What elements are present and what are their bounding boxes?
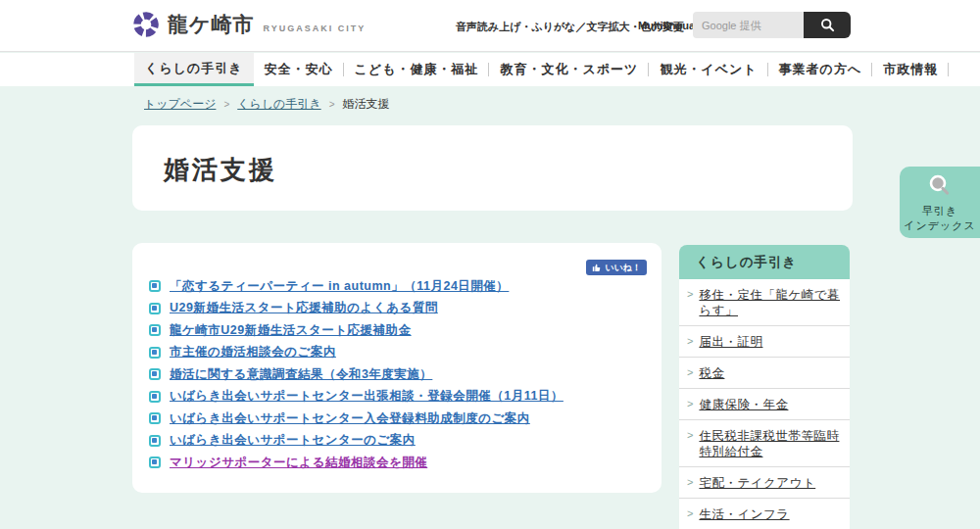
article-link[interactable]: 市主催の婚活相談会のご案内 <box>170 344 336 361</box>
article-link[interactable]: マリッジサポーターによる結婚相談会を開催 <box>170 455 427 471</box>
nav-item[interactable]: こども・健康・福祉 <box>344 53 490 86</box>
article-list-item: 「恋するティーパーティー in autumn」（11月24日開催） <box>149 275 564 298</box>
nav-item[interactable]: 安全・安心 <box>254 53 344 86</box>
sidebar-item[interactable]: >生活・インフラ <box>679 499 850 529</box>
nav-item[interactable]: 観光・イベント <box>649 53 767 86</box>
article-list-item: いばらき出会いサポートセンター出張相談・登録会開催（1月11日） <box>149 386 564 409</box>
chevron-right-icon: > <box>687 506 693 521</box>
chevron-right-icon: > <box>687 428 693 443</box>
city-name: 龍ケ崎市 <box>168 11 255 38</box>
sidebar-link[interactable]: 届出・証明 <box>699 334 762 350</box>
sidebar-link[interactable]: 移住・定住「龍ケ崎で暮らす」 <box>699 287 842 318</box>
document-icon <box>149 303 161 314</box>
document-icon <box>149 368 161 380</box>
chevron-right-icon: > <box>687 475 693 490</box>
article-link[interactable]: 「恋するティーパーティー in autumn」（11月24日開催） <box>170 278 509 295</box>
city-name-en: RYUGASAKI CITY <box>264 24 367 33</box>
sidebar-item[interactable]: >税金 <box>679 358 850 389</box>
document-icon <box>149 347 161 359</box>
sidebar-link[interactable]: 宅配・テイクアウト <box>699 475 815 491</box>
sidebar-link[interactable]: 生活・インフラ <box>699 506 789 522</box>
article-list-item: 市主催の婚活相談会のご案内 <box>149 342 564 364</box>
search-input[interactable] <box>693 12 804 38</box>
nav-item[interactable]: くらしの手引き <box>134 53 254 86</box>
site-search <box>693 12 851 38</box>
thumbs-up-icon <box>592 263 601 272</box>
page-title-card: 婚活支援 <box>132 125 853 211</box>
breadcrumb-separator-icon: > <box>223 99 229 110</box>
article-list-item: 婚活に関する意識調査結果（令和3年度実施） <box>149 363 564 386</box>
sidebar-title: くらしの手引き <box>679 245 850 279</box>
breadcrumb-link[interactable]: くらしの手引き <box>237 96 320 113</box>
content-card: いいね！ 「恋するティーパーティー in autumn」（11月24日開催）U2… <box>132 243 662 493</box>
breadcrumb: トップページ>くらしの手引き>婚活支援 <box>144 96 390 113</box>
article-list-item: マリッジサポーターによる結婚相談会を開催 <box>149 452 564 474</box>
breadcrumb-current: 婚活支援 <box>343 96 390 113</box>
nav-item[interactable]: 教育・文化・スポーツ <box>489 53 649 86</box>
sidebar-item[interactable]: >住民税非課税世帯等臨時特別給付金 <box>679 420 850 467</box>
article-link[interactable]: 龍ケ崎市U29新婚生活スタート応援補助金 <box>170 322 412 339</box>
article-list-item: いばらき出会いサポートセンター入会登録料助成制度のご案内 <box>149 408 564 430</box>
article-list-item: U29新婚生活スタート応援補助のよくある質問 <box>149 298 564 320</box>
nav-item[interactable]: 市政情報 <box>872 53 949 86</box>
article-list-item: 龍ケ崎市U29新婚生活スタート応援補助金 <box>149 319 564 342</box>
article-link[interactable]: 婚活に関する意識調査結果（令和3年度実施） <box>170 366 432 383</box>
breadcrumb-separator-icon: > <box>329 99 335 110</box>
sidebar-link[interactable]: 税金 <box>699 365 724 381</box>
like-label: いいね！ <box>605 262 641 274</box>
main-nav: くらしの手引き安全・安心こども・健康・福祉教育・文化・スポーツ観光・イベント事業… <box>0 53 980 86</box>
chevron-right-icon: > <box>687 334 693 349</box>
page-title: 婚活支援 <box>132 125 853 187</box>
site-header: 龍ケ崎市 RYUGASAKI CITY 音声読み上げ・ふりがな／文字拡大・色の変… <box>0 0 980 52</box>
category-sidebar: くらしの手引き >移住・定住「龍ケ崎で暮らす」>届出・証明>税金>健康保険・年金… <box>679 245 850 529</box>
article-link[interactable]: U29新婚生活スタート応援補助のよくある質問 <box>170 300 438 316</box>
document-icon <box>149 391 161 403</box>
sidebar-list: >移住・定住「龍ケ崎で暮らす」>届出・証明>税金>健康保険・年金>住民税非課税世… <box>679 279 850 529</box>
article-link[interactable]: いばらき出会いサポートセンター出張相談・登録会開催（1月11日） <box>170 388 564 405</box>
city-logo[interactable]: 龍ケ崎市 RYUGASAKI CITY <box>132 11 366 38</box>
search-button[interactable] <box>804 12 851 38</box>
document-icon <box>149 324 161 336</box>
document-icon <box>149 457 161 468</box>
article-link-list: 「恋するティーパーティー in autumn」（11月24日開催）U29新婚生活… <box>149 275 564 474</box>
article-link[interactable]: いばらき出会いサポートセンター入会登録料助成制度のご案内 <box>170 410 530 427</box>
sidebar-link[interactable]: 健康保険・年金 <box>699 397 788 412</box>
quick-index-tab[interactable]: 早引き インデックス <box>900 167 980 238</box>
sidebar-item[interactable]: >届出・証明 <box>679 326 850 358</box>
sidebar-item[interactable]: >移住・定住「龍ケ崎で暮らす」 <box>679 279 850 326</box>
sidebar-item[interactable]: >宅配・テイクアウト <box>679 467 850 499</box>
document-icon <box>149 435 161 447</box>
chevron-right-icon: > <box>687 365 693 380</box>
article-link[interactable]: いばらき出会いサポートセンターのご案内 <box>170 432 416 449</box>
sidebar-link[interactable]: 住民税非課税世帯等臨時特別給付金 <box>699 428 842 459</box>
search-icon <box>819 17 836 33</box>
city-emblem-icon <box>132 11 160 38</box>
chevron-right-icon: > <box>687 287 693 302</box>
facebook-like-button[interactable]: いいね！ <box>586 260 647 275</box>
document-icon <box>149 412 161 424</box>
article-list-item: いばらき出会いサポートセンターのご案内 <box>149 430 564 453</box>
nav-item[interactable]: 事業者の方へ <box>768 53 873 86</box>
quick-index-label-2: インデックス <box>900 218 980 233</box>
multilingual-link[interactable]: Multilingual <box>638 20 698 31</box>
main-nav-list: くらしの手引き安全・安心こども・健康・福祉教育・文化・スポーツ観光・イベント事業… <box>134 53 980 86</box>
document-icon <box>149 280 161 292</box>
chevron-right-icon: > <box>687 397 693 411</box>
quick-index-label-1: 早引き <box>900 204 980 218</box>
breadcrumb-link[interactable]: トップページ <box>144 96 216 113</box>
sidebar-item[interactable]: >健康保険・年金 <box>679 389 850 420</box>
magnifier-icon <box>926 172 954 200</box>
